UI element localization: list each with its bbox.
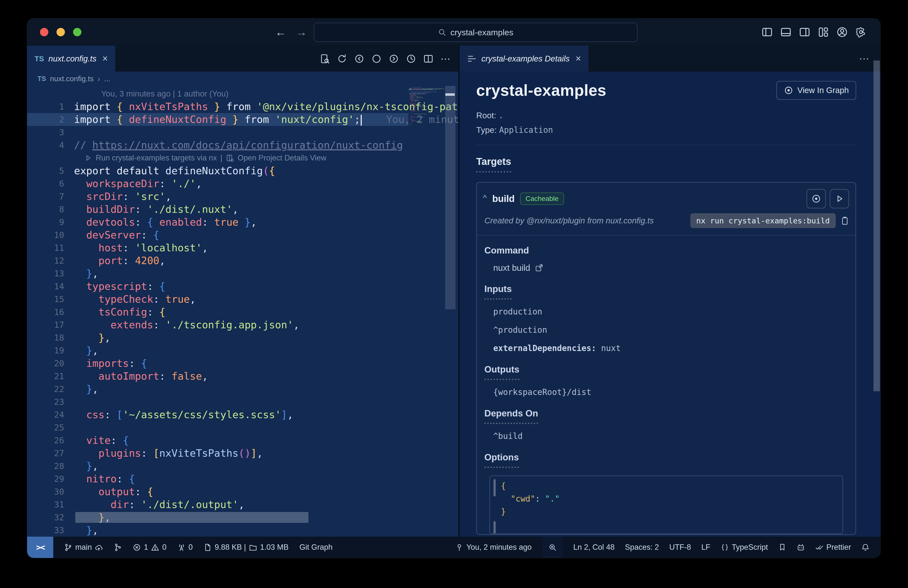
breadcrumb-symbol[interactable]: ... [104, 74, 110, 83]
collapse-chevron-icon[interactable]: ^ [483, 193, 487, 203]
code-line-20[interactable]: 20 imports: { [27, 357, 408, 370]
external-link-icon [534, 263, 544, 272]
account-icon[interactable] [836, 26, 848, 38]
settings-icon[interactable] [855, 26, 866, 38]
split-icon[interactable] [423, 53, 433, 64]
section-heading-inputs: Inputs [485, 284, 855, 300]
editor-horizontal-scrollbar[interactable] [75, 512, 308, 523]
command-center-search[interactable]: crystal-examples [314, 23, 638, 42]
layout-grid-icon[interactable] [818, 26, 829, 38]
tab-title: nuxt.config.ts [48, 54, 96, 63]
statusbar-problems[interactable]: 10 [133, 536, 167, 558]
statusbar-blame-info[interactable]: You, 2 minutes ago [455, 536, 531, 558]
close-window-button[interactable] [40, 28, 48, 36]
vscode-window: ← → crystal-examples TS nuxt.config.ts ×… [27, 19, 881, 558]
code-line-23[interactable]: 23 [27, 395, 408, 408]
run-command-chip[interactable]: nx run crystal-examples:build [691, 213, 836, 228]
code-line-25[interactable]: 25 [27, 421, 408, 434]
layout-sidebar-right-icon[interactable] [799, 26, 810, 38]
code-line-22[interactable]: 22 }, [27, 383, 408, 395]
more-actions-icon[interactable]: ⋯ [440, 53, 451, 64]
code-line-16[interactable]: 16 tsConfig: { [27, 306, 408, 319]
code-line-27[interactable]: 27 plugins: [nxViteTsPaths()], [27, 447, 408, 460]
breadcrumb-file[interactable]: nuxt.config.ts [50, 74, 94, 83]
code-line-17[interactable]: 17 extends: './tsconfig.app.json', [27, 319, 408, 331]
statusbar-git-graph-label[interactable]: Git Graph [299, 536, 332, 558]
statusbar-language-mode[interactable]: TypeScript [721, 536, 768, 558]
view-target-in-graph-button[interactable] [807, 189, 826, 208]
minimize-window-button[interactable] [56, 28, 65, 36]
options-code-block[interactable]: { "cwd": "." } [489, 475, 843, 534]
codelens-run-link[interactable]: Run crystal-examples targets via nx [96, 153, 217, 163]
refresh-icon[interactable] [337, 53, 347, 64]
code-line-26[interactable]: 26 vite: { [27, 434, 408, 447]
code-line-10[interactable]: 10 devServer: { [27, 229, 408, 242]
panel-scrollbar[interactable] [873, 60, 880, 391]
statusbar-pets-robot[interactable] [797, 536, 805, 558]
code-line-8[interactable]: 8 buildDir: './dist/.nuxt', [27, 203, 408, 216]
code-line-6[interactable]: 6 workspaceDir: './', [27, 177, 408, 190]
code-line-34[interactable]: 34 }); [408, 124, 437, 125]
tab-close-icon[interactable]: × [576, 53, 581, 64]
statusbar-notifications[interactable] [861, 536, 869, 558]
code-line-28[interactable]: 28 }, [27, 460, 408, 472]
statusbar-eol[interactable]: LF [701, 536, 710, 558]
minimap[interactable]: You, 3 minutes ago | 1 author (You) 1 im… [408, 87, 444, 536]
statusbar-remote-indicator[interactable]: >< [27, 536, 53, 558]
breadcrumb[interactable]: TS nuxt.config.ts › ... [27, 72, 458, 86]
statusbar-zoom-control[interactable] [542, 536, 563, 558]
statusbar-git-graph-icon[interactable] [114, 536, 122, 558]
code-line-9[interactable]: 9 devtools: { enabled: true }, [27, 216, 408, 229]
forward-icon[interactable]: → [296, 26, 307, 39]
statusbar-license-ribbon[interactable] [778, 536, 786, 558]
layout-panel-icon[interactable] [780, 26, 792, 38]
code-line-12[interactable]: 12 port: 4200, [27, 254, 408, 267]
line-number: 11 [27, 243, 64, 253]
code-line-4[interactable]: 4 // https://nuxt.com/docs/api/configura… [27, 139, 408, 151]
code-line-13[interactable]: 13 }, [27, 267, 408, 280]
code-line-30[interactable]: 30 output: { [27, 485, 408, 498]
code-line-7[interactable]: 7 srcDir: 'src', [27, 190, 408, 203]
history-icon[interactable] [406, 53, 416, 64]
code-line-21[interactable]: 21 autoImport: false, [27, 370, 408, 383]
circle-right-icon[interactable] [389, 53, 399, 64]
code-editor[interactable]: You, 3 minutes ago | 1 author (You) 1 im… [27, 86, 458, 536]
codelens-open-link[interactable]: Open Project Details View [423, 92, 430, 93]
circle-icon[interactable] [371, 53, 382, 64]
code-line-18[interactable]: 18 }, [27, 331, 408, 344]
back-icon[interactable]: ← [275, 26, 287, 39]
codelens-run-link[interactable]: Run crystal-examples targets via nx [411, 92, 421, 93]
code-line-11[interactable]: 11 host: 'localhost', [27, 242, 408, 254]
statusbar-prettier[interactable]: Prettier [815, 536, 851, 558]
circle-left-icon[interactable] [354, 53, 364, 64]
tab-nuxt-config[interactable]: TS nuxt.config.ts × [27, 46, 115, 72]
editor-vertical-scrollbar[interactable] [444, 86, 456, 536]
section-item[interactable]: nuxt build [493, 262, 855, 274]
tab-project-details[interactable]: crystal-examples Details × [460, 46, 588, 72]
run-target-button[interactable] [830, 189, 849, 208]
code-line-2[interactable]: 2 import { defineNuxtConfig } from 'nuxt… [27, 113, 408, 126]
file-search-icon[interactable] [320, 53, 330, 64]
code-line-3[interactable]: 3 [27, 126, 408, 139]
codelens-open-link[interactable]: Open Project Details View [238, 153, 327, 163]
copy-command-button[interactable] [840, 216, 850, 226]
tab-close-icon[interactable]: × [102, 53, 108, 64]
code-line-31[interactable]: 31 dir: './dist/.output', [27, 498, 408, 511]
code-line-19[interactable]: 19 }, [27, 344, 408, 357]
maximize-window-button[interactable] [73, 28, 81, 36]
statusbar-encoding[interactable]: UTF-8 [670, 536, 691, 558]
code-line-5[interactable]: 5 export default defineNuxtConfig({ [27, 164, 408, 177]
statusbar-ports[interactable]: 0 [177, 536, 193, 558]
statusbar-cursor-position[interactable]: Ln 2, Col 48 [573, 536, 615, 558]
layout-sidebar-left-icon[interactable] [761, 26, 773, 38]
code-line-15[interactable]: 15 typeCheck: true, [27, 293, 408, 306]
statusbar-git-branch[interactable]: main [64, 536, 103, 558]
statusbar-file-size[interactable]: 9.88 KB |1.03 MB [204, 536, 288, 558]
code-line-24[interactable]: 24 css: ['~/assets/css/styles.scss'], [27, 408, 408, 421]
view-in-graph-button[interactable]: View In Graph [776, 81, 856, 100]
statusbar-indentation[interactable]: Spaces: 2 [625, 536, 659, 558]
code-line-14[interactable]: 14 typescript: { [27, 280, 408, 293]
code-line-29[interactable]: 29 nitro: { [27, 472, 408, 485]
code-line-1[interactable]: 1 import { nxViteTsPaths } from '@nx/vit… [27, 100, 408, 113]
code-line-33[interactable]: 33 }, [27, 524, 408, 536]
